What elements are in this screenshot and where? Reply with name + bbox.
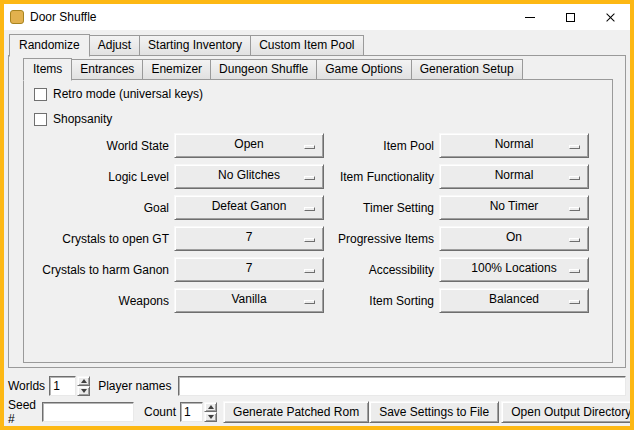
dropdown-indicator-icon [569, 207, 580, 211]
weapons-dropdown[interactable]: Vanilla [174, 288, 324, 313]
progressive-items-value: On [506, 230, 522, 244]
dropdown-indicator-icon [569, 145, 580, 149]
shopsanity-checkbox[interactable] [34, 113, 47, 126]
app-icon [10, 10, 24, 24]
maximize-icon [566, 13, 575, 22]
dropdown-indicator-icon [304, 176, 315, 180]
door-shuffle-window: Door Shuffle Randomize Adjust Starting I… [0, 0, 634, 430]
worlds-label: Worlds [8, 379, 45, 393]
dropdown-indicator-icon [304, 207, 315, 211]
dropdown-indicator-icon [569, 176, 580, 180]
arrow-up-icon [81, 379, 87, 383]
count-label: Count [144, 405, 176, 419]
maximize-button[interactable] [550, 4, 590, 30]
option-row: Logic Level No Glitches Item Functionali… [24, 164, 612, 189]
option-rows: World State Open Item Pool Normal Logic … [24, 133, 612, 313]
tab-custom-item-pool[interactable]: Custom Item Pool [250, 35, 363, 56]
count-value[interactable]: 1 [180, 402, 203, 422]
dropdown-indicator-icon [569, 238, 580, 242]
item-sorting-label: Item Sorting [324, 294, 434, 308]
tab-items[interactable]: Items [23, 58, 72, 81]
crystals-ganon-label: Crystals to harm Ganon [24, 263, 169, 277]
seed-row: Seed # Count 1 Generate Patched Rom Save… [8, 401, 626, 423]
logic-level-dropdown[interactable]: No Glitches [174, 164, 324, 189]
randomize-pane: Items Entrances Enemizer Dungeon Shuffle… [8, 55, 626, 368]
tab-dungeon-shuffle[interactable]: Dungeon Shuffle [210, 59, 317, 80]
count-spin-arrows [204, 402, 217, 422]
tab-starting-inventory[interactable]: Starting Inventory [139, 35, 251, 56]
player-names-input[interactable] [178, 376, 627, 396]
accessibility-dropdown[interactable]: 100% Locations [439, 257, 589, 282]
spin-down-button[interactable] [204, 412, 217, 422]
accessibility-label: Accessibility [324, 263, 434, 277]
world-state-label: World State [24, 139, 169, 153]
timer-setting-value: No Timer [490, 199, 539, 213]
item-pool-value: Normal [495, 137, 534, 151]
timer-setting-label: Timer Setting [324, 201, 434, 215]
item-pool-label: Item Pool [324, 139, 434, 153]
timer-setting-dropdown[interactable]: No Timer [439, 195, 589, 220]
crystals-gt-label: Crystals to open GT [24, 232, 169, 246]
weapons-value: Vanilla [231, 292, 266, 306]
progressive-items-label: Progressive Items [324, 232, 434, 246]
tab-game-options[interactable]: Game Options [316, 59, 411, 80]
option-row: Crystals to open GT 7 Progressive Items … [24, 226, 612, 251]
item-functionality-dropdown[interactable]: Normal [439, 164, 589, 189]
tab-generation-setup[interactable]: Generation Setup [411, 59, 523, 80]
dropdown-indicator-icon [569, 300, 580, 304]
tab-entrances[interactable]: Entrances [71, 59, 143, 80]
goal-label: Goal [24, 201, 169, 215]
dropdown-indicator-icon [304, 269, 315, 273]
retro-mode-label: Retro mode (universal keys) [53, 87, 203, 101]
minimize-button[interactable] [510, 4, 550, 30]
item-functionality-label: Item Functionality [324, 170, 434, 184]
item-sorting-dropdown[interactable]: Balanced [439, 288, 589, 313]
tab-randomize[interactable]: Randomize [9, 34, 90, 57]
worlds-value[interactable]: 1 [49, 376, 76, 396]
count-spinbox[interactable]: 1 [180, 402, 217, 422]
open-output-button[interactable]: Open Output Directory [501, 401, 634, 423]
seed-label: Seed # [8, 398, 36, 426]
save-settings-button[interactable]: Save Settings to File [369, 401, 499, 423]
items-pane: Retro mode (universal keys) Shopsanity W… [23, 79, 613, 363]
dropdown-indicator-icon [304, 238, 315, 242]
option-row: Goal Defeat Ganon Timer Setting No Timer [24, 195, 612, 220]
tab-enemizer[interactable]: Enemizer [142, 59, 211, 80]
spin-up-button[interactable] [77, 376, 90, 386]
arrow-down-icon [208, 415, 214, 419]
generate-rom-button[interactable]: Generate Patched Rom [223, 401, 369, 423]
retro-mode-checkbox[interactable] [34, 88, 47, 101]
worlds-row: Worlds 1 Player names [8, 375, 626, 397]
logic-level-value: No Glitches [218, 168, 280, 182]
shopsanity-label: Shopsanity [53, 112, 112, 126]
worlds-spinbox[interactable]: 1 [49, 376, 90, 396]
randomize-tab-bar: Items Entrances Enemizer Dungeon Shuffle… [23, 58, 523, 80]
titlebar: Door Shuffle [4, 4, 630, 30]
logic-level-label: Logic Level [24, 170, 169, 184]
accessibility-value: 100% Locations [471, 261, 556, 275]
crystals-gt-dropdown[interactable]: 7 [174, 226, 324, 251]
caption-buttons [510, 4, 630, 30]
world-state-dropdown[interactable]: Open [174, 133, 324, 158]
progressive-items-dropdown[interactable]: On [439, 226, 589, 251]
minimize-icon [525, 17, 535, 18]
player-names-label: Player names [98, 379, 171, 393]
crystals-ganon-dropdown[interactable]: 7 [174, 257, 324, 282]
option-row: Weapons Vanilla Item Sorting Balanced [24, 288, 612, 313]
dropdown-indicator-icon [569, 269, 580, 273]
close-button[interactable] [590, 4, 630, 30]
item-sorting-value: Balanced [489, 292, 539, 306]
window-title: Door Shuffle [30, 10, 97, 24]
goal-dropdown[interactable]: Defeat Ganon [174, 195, 324, 220]
retro-mode-row: Retro mode (universal keys) [34, 86, 203, 102]
seed-input[interactable] [42, 402, 134, 422]
world-state-value: Open [234, 137, 263, 151]
spin-up-button[interactable] [204, 402, 217, 412]
option-row: Crystals to harm Ganon 7 Accessibility 1… [24, 257, 612, 282]
item-pool-dropdown[interactable]: Normal [439, 133, 589, 158]
dropdown-indicator-icon [304, 300, 315, 304]
close-icon [605, 12, 616, 23]
spin-down-button[interactable] [77, 386, 90, 396]
option-row: World State Open Item Pool Normal [24, 133, 612, 158]
tab-adjust[interactable]: Adjust [89, 35, 140, 56]
